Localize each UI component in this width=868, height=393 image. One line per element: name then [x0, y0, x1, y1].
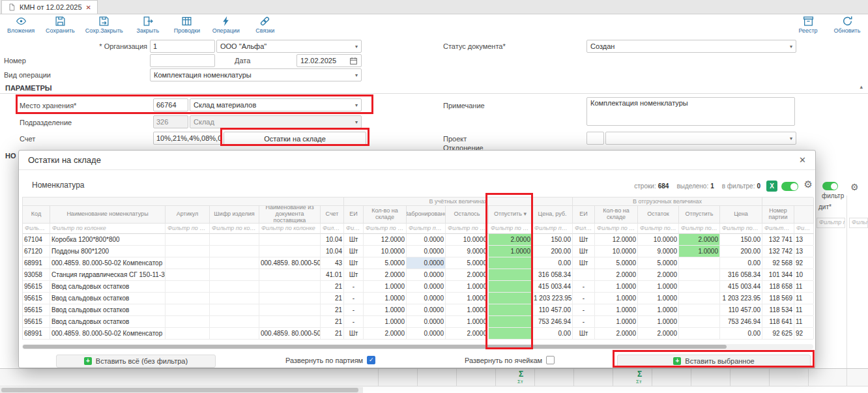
- filter-toggle[interactable]: [781, 182, 798, 191]
- column-header[interactable]: Кол-во на складе: [595, 206, 638, 224]
- table-cell[interactable]: 1.0000: [638, 316, 679, 327]
- table-cell[interactable]: Коробка 1200*800*800: [50, 234, 166, 245]
- table-row[interactable]: 95615Ввод сальдовых остатков21-1.00000.0…: [23, 293, 813, 304]
- table-cell[interactable]: -: [573, 281, 595, 292]
- number-input[interactable]: [150, 54, 215, 67]
- horizontal-scrollbar[interactable]: [22, 344, 813, 349]
- column-header[interactable]: Артикул: [166, 206, 210, 224]
- table-cell[interactable]: 0.0000: [407, 316, 446, 327]
- table-cell[interactable]: 13: [794, 246, 814, 257]
- table-cell[interactable]: 1.0000: [595, 316, 638, 327]
- filter-input[interactable]: Фильтр по к...: [817, 218, 845, 228]
- table-cell[interactable]: 11: [794, 293, 814, 304]
- table-cell[interactable]: 1.0000: [595, 304, 638, 315]
- table-cell[interactable]: 1.0000: [364, 316, 407, 327]
- table-cell[interactable]: 753 246.94: [532, 316, 573, 327]
- filter-input[interactable]: Фильтр по колонке: [489, 224, 532, 234]
- sum-button[interactable]: Σ: [519, 370, 523, 379]
- table-cell[interactable]: 1.0000: [446, 304, 489, 315]
- table-cell[interactable]: Шт: [344, 246, 364, 257]
- table-cell[interactable]: 95615: [23, 293, 50, 304]
- table-cell[interactable]: 200.00: [532, 246, 573, 257]
- table-cell[interactable]: [166, 246, 210, 257]
- column-header[interactable]: Счет: [321, 206, 344, 224]
- table-cell[interactable]: 1 203 223.95: [720, 293, 762, 304]
- table-cell[interactable]: 43: [321, 257, 344, 269]
- table-cell[interactable]: 110 457.00: [532, 304, 573, 315]
- column-header[interactable]: Код: [23, 206, 50, 224]
- toolbar-refresh-button[interactable]: Обновить: [833, 16, 861, 34]
- table-cell[interactable]: 2.0000: [364, 328, 407, 339]
- filter-input[interactable]: Фильтр по колонке: [794, 224, 814, 234]
- table-cell[interactable]: [489, 293, 532, 304]
- table-cell[interactable]: 21: [321, 293, 344, 304]
- settings-gear-icon[interactable]: ⚙: [850, 182, 859, 192]
- table-cell[interactable]: [166, 257, 210, 269]
- column-header[interactable]: Кол-во на складе: [364, 206, 407, 224]
- table-cell[interactable]: 150.00: [720, 234, 762, 245]
- filter-input[interactable]: Фильтр по колонке: [407, 224, 446, 234]
- table-cell[interactable]: 10.04: [321, 234, 344, 245]
- column-header[interactable]: Остаток: [638, 206, 679, 224]
- settings-gear-icon[interactable]: ⚙: [804, 179, 813, 190]
- filter-input[interactable]: Фильтр по колонке: [573, 224, 595, 234]
- table-cell[interactable]: 2.0000: [638, 269, 679, 280]
- table-cell[interactable]: 2.0000: [446, 328, 489, 339]
- toolbar-registry-button[interactable]: Реестр: [794, 16, 822, 34]
- table-row[interactable]: 95615Ввод сальдовых остатков21-1.00000.0…: [23, 304, 813, 316]
- column-header[interactable]: Номер партии: [762, 206, 794, 224]
- table-cell[interactable]: 2.0000: [595, 269, 638, 280]
- table-cell[interactable]: 0.00: [532, 328, 573, 339]
- table-cell[interactable]: 0.0000: [407, 269, 446, 280]
- table-cell[interactable]: 95615: [23, 316, 50, 327]
- table-cell[interactable]: 132 742: [762, 246, 794, 257]
- table-cell[interactable]: 21: [321, 316, 344, 327]
- sum-button[interactable]: Σ: [637, 370, 642, 379]
- storage-select[interactable]: Склад материалов ▾: [190, 98, 362, 111]
- table-cell[interactable]: [259, 304, 321, 315]
- filter-input[interactable]: Фильтр по колонке: [720, 224, 762, 234]
- table-cell[interactable]: 41.01: [321, 269, 344, 280]
- scrollbar-thumb[interactable]: [23, 345, 727, 349]
- toolbar-attachments-button[interactable]: Вложения: [7, 16, 35, 34]
- table-cell[interactable]: 132 741: [762, 234, 794, 245]
- column-header[interactable]: Шифр изделия: [210, 206, 259, 224]
- filter-input[interactable]: Фильтр по колонке: [210, 224, 259, 234]
- table-cell[interactable]: Станция гидравлическая СГ 150-11-30: [50, 269, 166, 280]
- insert-selected-button[interactable]: Вставить выбранное: [617, 355, 811, 368]
- filter-input[interactable]: Фильтр по колонке: [679, 224, 720, 234]
- table-cell[interactable]: [679, 257, 720, 269]
- table-cell[interactable]: [210, 234, 259, 245]
- organization-code-input[interactable]: 1: [150, 40, 215, 53]
- table-cell[interactable]: 9.0000: [446, 246, 489, 257]
- table-row[interactable]: 67120Поддоны 800*120010.04Шт10.00000.000…: [23, 246, 813, 257]
- table-cell[interactable]: 1.0000: [638, 304, 679, 315]
- column-header[interactable]: Наименование номенклатуры: [50, 206, 166, 224]
- table-cell[interactable]: 200.00: [720, 246, 762, 257]
- table-cell[interactable]: [573, 269, 595, 280]
- table-cell[interactable]: 1.0000: [595, 281, 638, 292]
- table-cell[interactable]: 118 534: [762, 304, 794, 315]
- table-cell[interactable]: 5.0000: [638, 257, 679, 269]
- table-cell[interactable]: 21: [321, 304, 344, 315]
- table-cell[interactable]: 67104: [23, 234, 50, 245]
- table-cell[interactable]: 0.00: [720, 257, 762, 269]
- table-cell[interactable]: [259, 234, 321, 245]
- table-cell[interactable]: Шт: [573, 246, 595, 257]
- table-cell[interactable]: [259, 269, 321, 280]
- table-cell[interactable]: [489, 316, 532, 327]
- toolbar-postings-button[interactable]: Проводки: [173, 16, 201, 34]
- table-cell[interactable]: [166, 293, 210, 304]
- table-cell[interactable]: 000.4859. 80.000-50-02 Компенсатор: [50, 328, 166, 339]
- table-cell[interactable]: 13: [794, 234, 814, 245]
- table-cell[interactable]: 1.0000: [364, 281, 407, 292]
- table-cell[interactable]: 10: [794, 269, 814, 280]
- table-cell[interactable]: 10.04: [321, 246, 344, 257]
- table-cell[interactable]: 11: [794, 281, 814, 292]
- table-row[interactable]: 93058Станция гидравлическая СГ 150-11-30…: [23, 269, 813, 281]
- filter-input[interactable]: Фильтр по колонке: [595, 224, 638, 234]
- table-cell[interactable]: 118 641: [762, 316, 794, 327]
- table-cell[interactable]: -: [573, 293, 595, 304]
- organization-select[interactable]: ООО "Альфа" ▾: [216, 40, 362, 53]
- table-cell[interactable]: 1.0000: [446, 316, 489, 327]
